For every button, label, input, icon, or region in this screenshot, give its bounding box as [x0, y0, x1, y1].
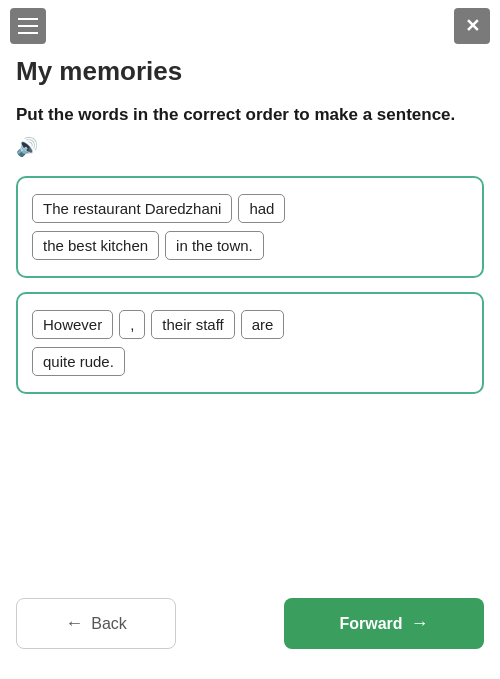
main-content: Put the words in the correct order to ma…	[0, 103, 500, 394]
word-chip[interactable]: The restaurant Daredzhani	[32, 194, 232, 223]
top-bar: ✕	[0, 0, 500, 52]
sentence-1-row-2: the best kitchen in the town.	[32, 231, 468, 260]
close-button[interactable]: ✕	[454, 8, 490, 44]
word-chip[interactable]: the best kitchen	[32, 231, 159, 260]
sentence-2-row-1: However , their staff are	[32, 310, 468, 339]
back-arrow-icon: ←	[65, 613, 83, 634]
forward-label: Forward	[339, 615, 402, 633]
instruction-label: Put the words in the correct order to ma…	[16, 103, 455, 127]
word-chip[interactable]: in the town.	[165, 231, 264, 260]
back-label: Back	[91, 615, 127, 633]
word-chip[interactable]: ,	[119, 310, 145, 339]
sentence-box-1: The restaurant Daredzhani had the best k…	[16, 176, 484, 278]
sentence-box-2: However , their staff are quite rude.	[16, 292, 484, 394]
forward-arrow-icon: →	[411, 613, 429, 634]
sentence-1-row-1: The restaurant Daredzhani had	[32, 194, 468, 223]
word-chip[interactable]: quite rude.	[32, 347, 125, 376]
page-title: My memories	[0, 52, 500, 103]
word-chip[interactable]: are	[241, 310, 285, 339]
instruction-text: Put the words in the correct order to ma…	[16, 103, 484, 160]
menu-button[interactable]	[10, 8, 46, 44]
forward-button[interactable]: Forward →	[284, 598, 484, 649]
back-button[interactable]: ← Back	[16, 598, 176, 649]
word-chip[interactable]: their staff	[151, 310, 234, 339]
word-chip[interactable]: However	[32, 310, 113, 339]
sentence-2-row-2: quite rude.	[32, 347, 468, 376]
audio-icon[interactable]: 🔊	[16, 135, 38, 160]
word-chip[interactable]: had	[238, 194, 285, 223]
bottom-nav: ← Back Forward →	[16, 598, 484, 649]
